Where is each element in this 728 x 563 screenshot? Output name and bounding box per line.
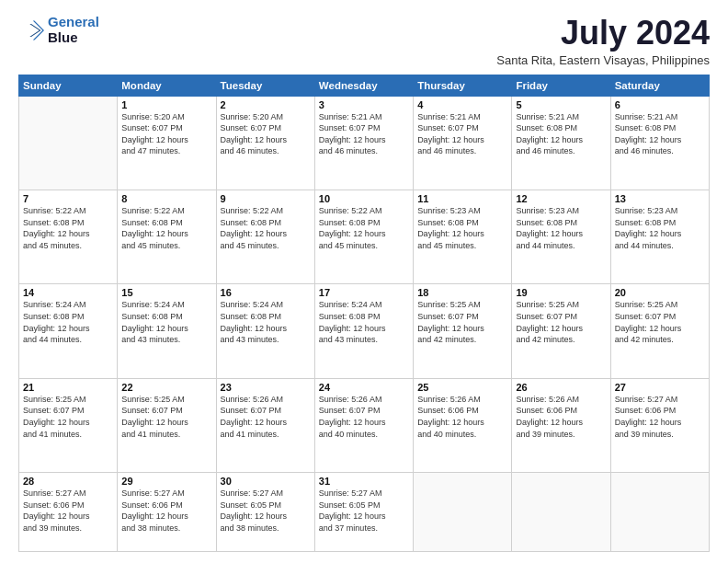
cell-info: Sunrise: 5:22 AM Sunset: 6:08 PM Dayligh…: [23, 205, 113, 251]
day-header-thursday: Thursday: [414, 75, 512, 96]
day-number: 11: [417, 193, 507, 204]
day-number: 25: [417, 382, 507, 393]
calendar-week-row: 1Sunrise: 5:20 AM Sunset: 6:07 PM Daylig…: [19, 96, 710, 190]
cell-info: Sunrise: 5:24 AM Sunset: 6:08 PM Dayligh…: [121, 299, 211, 345]
title-block: July 2024 Santa Rita, Eastern Visayas, P…: [496, 15, 710, 67]
cell-info: Sunrise: 5:21 AM Sunset: 6:07 PM Dayligh…: [417, 111, 507, 157]
day-number: 15: [121, 287, 211, 298]
day-header-monday: Monday: [118, 75, 216, 96]
cell-info: Sunrise: 5:25 AM Sunset: 6:07 PM Dayligh…: [121, 394, 211, 440]
cell-info: Sunrise: 5:23 AM Sunset: 6:08 PM Dayligh…: [516, 205, 606, 251]
calendar-cell: 9Sunrise: 5:22 AM Sunset: 6:08 PM Daylig…: [216, 190, 314, 284]
calendar-cell: 4Sunrise: 5:21 AM Sunset: 6:07 PM Daylig…: [414, 96, 512, 190]
cell-info: Sunrise: 5:26 AM Sunset: 6:07 PM Dayligh…: [319, 394, 409, 440]
day-number: 3: [319, 99, 409, 110]
calendar-week-row: 28Sunrise: 5:27 AM Sunset: 6:06 PM Dayli…: [19, 473, 710, 552]
calendar-cell: 22Sunrise: 5:25 AM Sunset: 6:07 PM Dayli…: [118, 378, 216, 472]
day-number: 14: [23, 287, 113, 298]
cell-info: Sunrise: 5:21 AM Sunset: 6:08 PM Dayligh…: [516, 111, 606, 157]
cell-info: Sunrise: 5:25 AM Sunset: 6:07 PM Dayligh…: [615, 299, 705, 345]
day-number: 6: [615, 99, 705, 110]
day-number: 31: [319, 476, 409, 487]
calendar: SundayMondayTuesdayWednesdayThursdayFrid…: [18, 75, 710, 552]
cell-info: Sunrise: 5:24 AM Sunset: 6:08 PM Dayligh…: [23, 299, 113, 345]
cell-info: Sunrise: 5:22 AM Sunset: 6:08 PM Dayligh…: [121, 205, 211, 251]
calendar-cell: 31Sunrise: 5:27 AM Sunset: 6:05 PM Dayli…: [314, 473, 413, 552]
day-number: 19: [516, 287, 606, 298]
day-number: 7: [23, 193, 113, 204]
day-number: 24: [319, 382, 409, 393]
cell-info: Sunrise: 5:23 AM Sunset: 6:08 PM Dayligh…: [417, 205, 507, 251]
day-number: 22: [121, 382, 211, 393]
calendar-cell: 17Sunrise: 5:24 AM Sunset: 6:08 PM Dayli…: [314, 284, 413, 378]
calendar-cell: 10Sunrise: 5:22 AM Sunset: 6:08 PM Dayli…: [314, 190, 413, 284]
calendar-cell: 24Sunrise: 5:26 AM Sunset: 6:07 PM Dayli…: [314, 378, 413, 472]
calendar-cell: 5Sunrise: 5:21 AM Sunset: 6:08 PM Daylig…: [512, 96, 610, 190]
cell-info: Sunrise: 5:24 AM Sunset: 6:08 PM Dayligh…: [319, 299, 409, 345]
calendar-cell: [512, 473, 610, 552]
day-header-saturday: Saturday: [610, 75, 709, 96]
calendar-cell: 15Sunrise: 5:24 AM Sunset: 6:08 PM Dayli…: [118, 284, 216, 378]
day-number: 16: [221, 287, 311, 298]
calendar-cell: 19Sunrise: 5:25 AM Sunset: 6:07 PM Dayli…: [512, 284, 610, 378]
cell-info: Sunrise: 5:26 AM Sunset: 6:06 PM Dayligh…: [417, 394, 507, 440]
logo-text: General Blue: [48, 15, 99, 45]
page: General Blue July 2024 Santa Rita, Easte…: [0, 0, 728, 563]
day-number: 18: [417, 287, 507, 298]
calendar-cell: 13Sunrise: 5:23 AM Sunset: 6:08 PM Dayli…: [610, 190, 709, 284]
calendar-cell: 23Sunrise: 5:26 AM Sunset: 6:07 PM Dayli…: [216, 378, 314, 472]
day-number: 2: [221, 99, 311, 110]
calendar-cell: 11Sunrise: 5:23 AM Sunset: 6:08 PM Dayli…: [414, 190, 512, 284]
cell-info: Sunrise: 5:27 AM Sunset: 6:06 PM Dayligh…: [23, 488, 113, 534]
day-header-friday: Friday: [512, 75, 610, 96]
calendar-cell: 18Sunrise: 5:25 AM Sunset: 6:07 PM Dayli…: [414, 284, 512, 378]
cell-info: Sunrise: 5:25 AM Sunset: 6:07 PM Dayligh…: [516, 299, 606, 345]
calendar-cell: 21Sunrise: 5:25 AM Sunset: 6:07 PM Dayli…: [19, 378, 118, 472]
calendar-cell: 30Sunrise: 5:27 AM Sunset: 6:05 PM Dayli…: [216, 473, 314, 552]
day-number: 21: [23, 382, 113, 393]
calendar-cell: 1Sunrise: 5:20 AM Sunset: 6:07 PM Daylig…: [118, 96, 216, 190]
day-number: 26: [516, 382, 606, 393]
day-number: 27: [615, 382, 705, 393]
calendar-cell: 20Sunrise: 5:25 AM Sunset: 6:07 PM Dayli…: [610, 284, 709, 378]
cell-info: Sunrise: 5:21 AM Sunset: 6:08 PM Dayligh…: [615, 111, 705, 157]
cell-info: Sunrise: 5:22 AM Sunset: 6:08 PM Dayligh…: [319, 205, 409, 251]
calendar-week-row: 7Sunrise: 5:22 AM Sunset: 6:08 PM Daylig…: [19, 190, 710, 284]
cell-info: Sunrise: 5:26 AM Sunset: 6:07 PM Dayligh…: [221, 394, 311, 440]
calendar-cell: 14Sunrise: 5:24 AM Sunset: 6:08 PM Dayli…: [19, 284, 118, 378]
day-number: 28: [23, 476, 113, 487]
calendar-week-row: 21Sunrise: 5:25 AM Sunset: 6:07 PM Dayli…: [19, 378, 710, 472]
day-number: 20: [615, 287, 705, 298]
calendar-cell: 28Sunrise: 5:27 AM Sunset: 6:06 PM Dayli…: [19, 473, 118, 552]
cell-info: Sunrise: 5:27 AM Sunset: 6:05 PM Dayligh…: [319, 488, 409, 534]
cell-info: Sunrise: 5:20 AM Sunset: 6:07 PM Dayligh…: [121, 111, 211, 157]
day-header-wednesday: Wednesday: [314, 75, 413, 96]
calendar-cell: 25Sunrise: 5:26 AM Sunset: 6:06 PM Dayli…: [414, 378, 512, 472]
cell-info: Sunrise: 5:25 AM Sunset: 6:07 PM Dayligh…: [417, 299, 507, 345]
day-header-sunday: Sunday: [19, 75, 118, 96]
calendar-cell: 26Sunrise: 5:26 AM Sunset: 6:06 PM Dayli…: [512, 378, 610, 472]
cell-info: Sunrise: 5:23 AM Sunset: 6:08 PM Dayligh…: [615, 205, 705, 251]
cell-info: Sunrise: 5:22 AM Sunset: 6:08 PM Dayligh…: [221, 205, 311, 251]
header: General Blue July 2024 Santa Rita, Easte…: [18, 15, 710, 67]
calendar-cell: 2Sunrise: 5:20 AM Sunset: 6:07 PM Daylig…: [216, 96, 314, 190]
calendar-cell: [19, 96, 118, 190]
calendar-cell: 6Sunrise: 5:21 AM Sunset: 6:08 PM Daylig…: [610, 96, 709, 190]
cell-info: Sunrise: 5:20 AM Sunset: 6:07 PM Dayligh…: [221, 111, 311, 157]
day-number: 12: [516, 193, 606, 204]
calendar-cell: 8Sunrise: 5:22 AM Sunset: 6:08 PM Daylig…: [118, 190, 216, 284]
day-number: 23: [221, 382, 311, 393]
day-number: 4: [417, 99, 507, 110]
day-number: 9: [221, 193, 311, 204]
day-number: 17: [319, 287, 409, 298]
cell-info: Sunrise: 5:27 AM Sunset: 6:06 PM Dayligh…: [615, 394, 705, 440]
calendar-cell: 7Sunrise: 5:22 AM Sunset: 6:08 PM Daylig…: [19, 190, 118, 284]
cell-info: Sunrise: 5:24 AM Sunset: 6:08 PM Dayligh…: [221, 299, 311, 345]
calendar-cell: 12Sunrise: 5:23 AM Sunset: 6:08 PM Dayli…: [512, 190, 610, 284]
day-number: 29: [121, 476, 211, 487]
cell-info: Sunrise: 5:27 AM Sunset: 6:05 PM Dayligh…: [221, 488, 311, 534]
day-number: 5: [516, 99, 606, 110]
logo-icon: [18, 17, 44, 43]
cell-info: Sunrise: 5:27 AM Sunset: 6:06 PM Dayligh…: [121, 488, 211, 534]
day-number: 30: [221, 476, 311, 487]
